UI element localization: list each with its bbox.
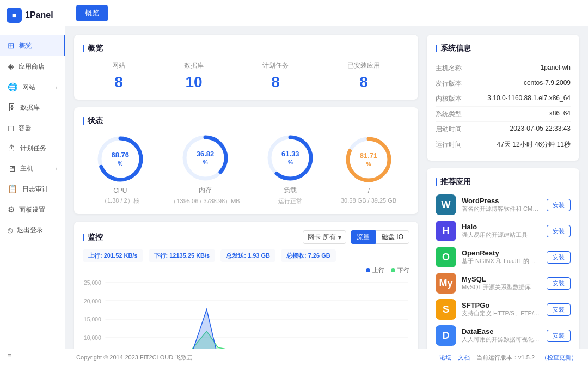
gauge-container-/: 81.71 %: [344, 135, 393, 184]
download-value: 12135.25 KB/s: [169, 252, 210, 259]
sysinfo-rows: 主机名称1panel-wh发行版本centos-7.9.2009内核版本3.10…: [436, 61, 571, 152]
monitor-controls: 网卡 所有 ▾ 流量 磁盘 IO: [303, 230, 409, 244]
sidebar-item-audit[interactable]: 📋 日志审计: [0, 179, 65, 199]
upload-label: 上行:: [88, 252, 102, 259]
sysinfo-row: 主机名称1panel-wh: [436, 61, 571, 76]
sysinfo-val: centos-7.9.2009: [524, 79, 571, 88]
sysinfo-key: 运行时间: [436, 140, 462, 149]
logo-text: 1Panel: [25, 10, 53, 20]
app-item: My MySQL MySQL 开源关系型数据库 安装: [436, 273, 571, 294]
audit-label: 日志审计: [22, 185, 48, 194]
stat-database-label: 数据库: [184, 61, 204, 70]
gauge-sub-/: 30.58 GB / 39.25 GB: [341, 197, 396, 204]
sidebar-item-host[interactable]: 🖥 主机 ›: [0, 158, 65, 179]
overview-card-title: 概览: [83, 44, 409, 53]
gauge-name-负载: 负载: [266, 186, 315, 195]
sidebar: ■ 1Panel ⊞ 概览 ◈ 应用商店 🌐 网站 › 🗄 数据库 ◻ 容器 ⏱…: [0, 0, 65, 366]
svg-text:15,000: 15,000: [84, 316, 101, 322]
network-select[interactable]: 网卡 所有 ▾: [303, 230, 346, 244]
host-arrow-icon: ›: [56, 166, 57, 172]
left-panel: 概览 网站 8 数据库 10 计划任务 8 已安装应用: [74, 35, 418, 340]
install-button[interactable]: 安装: [547, 330, 571, 342]
app-icon: W: [436, 194, 456, 215]
sysinfo-key: 发行版本: [436, 79, 462, 88]
logout-label: 退出登录: [17, 225, 43, 235]
install-button[interactable]: 安装: [547, 225, 571, 237]
gauge-pct-内存: 36.82 %: [193, 150, 218, 166]
sidebar-item-container[interactable]: ◻ 容器: [0, 118, 65, 138]
sidebar-item-logout[interactable]: ⎋ 退出登录: [0, 220, 65, 240]
settings-icon: ⚙: [8, 205, 15, 215]
gauge-center-内存: 36.82 %: [193, 150, 218, 166]
app-item: D DataEase 人人可用的开源数据可视化分析工具 安装: [436, 325, 571, 346]
host-label: 主机: [20, 164, 33, 173]
network-value: 所有: [323, 233, 336, 242]
stat-database: 数据库 10: [184, 61, 204, 91]
gauge-center-负载: 61.33 %: [278, 150, 303, 166]
stat-website-label: 网站: [112, 61, 125, 70]
install-button[interactable]: 安装: [547, 277, 571, 290]
app-info: WordPress 著名的开源博客软件和 CMS 系统: [462, 197, 541, 213]
stat-total-recv: 总接收: 7.26 GB: [281, 249, 336, 262]
install-button[interactable]: 安装: [547, 199, 571, 211]
sidebar-item-website[interactable]: 🌐 网站 ›: [0, 77, 65, 97]
sysinfo-val: 1panel-wh: [541, 64, 571, 73]
app-list: W WordPress 著名的开源博客软件和 CMS 系统 安装 H Halo …: [436, 194, 571, 346]
sysinfo-title: 系统信息: [436, 44, 571, 53]
gauges-row: 68.76 % CPU （1.38 / 2）核 36.82 % 内存 （1395…: [83, 133, 409, 205]
btn-disk[interactable]: 磁盘 IO: [376, 230, 409, 244]
sidebar-item-cron[interactable]: ⏱ 计划任务: [0, 138, 65, 158]
appstore-label: 应用商店: [19, 62, 45, 71]
update-link[interactable]: （检查更新）: [541, 353, 577, 362]
host-icon: 🖥: [8, 164, 16, 173]
status-card-title: 状态: [83, 116, 409, 126]
cron-icon: ⏱: [8, 144, 16, 153]
app-desc: 人人可用的开源数据可视化分析工具: [462, 335, 541, 344]
app-name: WordPress: [462, 197, 541, 205]
download-label: 下行:: [154, 252, 168, 259]
sidebar-item-appstore[interactable]: ◈ 应用商店: [0, 56, 65, 77]
app-icon: H: [436, 221, 456, 241]
total-send-value: 1.93 GB: [248, 252, 270, 259]
app-icon: My: [436, 273, 456, 294]
sysinfo-row: 启动时间2023-07-05 22:33:43: [436, 122, 571, 137]
stat-website: 网站 8: [112, 61, 125, 91]
forum-link[interactable]: 论坛: [439, 353, 451, 362]
copyright: Copyright © 2014-2023 FIT2CLOUD 飞致云: [76, 353, 193, 362]
database-label: 数据库: [20, 103, 40, 112]
app-desc: 基于 NGINX 和 LuaJIT 的 Web 平台: [462, 257, 541, 265]
app-name: MySQL: [462, 275, 541, 283]
gauge-pct-CPU: 68.76 %: [108, 151, 132, 167]
version-label: 当前运行版本：v1.5.2: [476, 353, 535, 362]
select-arrow-icon: ▾: [338, 234, 341, 241]
sidebar-item-overview[interactable]: ⊞ 概览: [0, 35, 65, 56]
sidebar-item-settings[interactable]: ⚙ 面板设置: [0, 199, 65, 220]
gauge-CPU: 68.76 % CPU （1.38 / 2）核: [96, 135, 145, 205]
overview-tab[interactable]: 概览: [76, 5, 108, 21]
docs-link[interactable]: 文档: [458, 353, 470, 362]
svg-text:25,000: 25,000: [84, 280, 101, 286]
sidebar-item-database[interactable]: 🗄 数据库: [0, 97, 65, 118]
install-button[interactable]: 安装: [547, 303, 571, 316]
svg-text:20,000: 20,000: [84, 298, 101, 304]
sysinfo-row: 运行时间47天 12小时 46分钟 11秒: [436, 137, 571, 152]
gauge-name-内存: 内存: [170, 186, 240, 195]
app-item: O OpenResty 基于 NGINX 和 LuaJIT 的 Web 平台 安…: [436, 247, 571, 267]
footer: Copyright © 2014-2023 FIT2CLOUD 飞致云 论坛 文…: [65, 349, 588, 366]
stat-apps: 已安装应用 8: [347, 61, 380, 91]
gauge-/: 81.71 % / 30.58 GB / 39.25 GB: [341, 135, 396, 204]
overview-icon: ⊞: [8, 41, 15, 51]
gauge-负载: 61.33 % 负载 运行正常: [266, 133, 315, 205]
gauge-sub-CPU: （1.38 / 2）核: [96, 197, 145, 205]
website-arrow-icon: ›: [56, 84, 57, 90]
stat-upload: 上行: 201.52 KB/s: [83, 249, 143, 262]
gauge-pct-负载: 61.33 %: [278, 150, 303, 166]
sidebar-bottom-toggle[interactable]: ≡: [0, 345, 65, 366]
btn-flow[interactable]: 流量: [351, 230, 376, 244]
database-icon: 🗄: [8, 103, 16, 112]
install-button[interactable]: 安装: [547, 251, 571, 264]
container-icon: ◻: [8, 123, 14, 133]
stat-cron-value: 8: [262, 74, 289, 91]
logo-icon: ■: [7, 8, 22, 23]
app-desc: 著名的开源博客软件和 CMS 系统: [462, 205, 541, 213]
